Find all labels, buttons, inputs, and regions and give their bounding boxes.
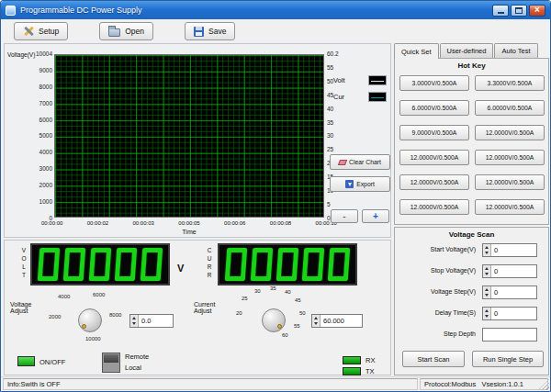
start-voltage-value[interactable]: 0	[491, 244, 536, 256]
current-adjust-spinner[interactable]: 60.000	[311, 314, 363, 328]
decrement-button[interactable]	[483, 251, 490, 257]
voltage-adjust-spinner[interactable]: 0.0	[129, 314, 174, 328]
knob-tick: 50	[299, 310, 306, 316]
legend-item-volt[interactable]: Volt	[333, 75, 387, 85]
current-adjust-value[interactable]: 60.000	[320, 315, 362, 327]
hotkey-button-8[interactable]: 12.0000V/0.500A	[475, 150, 545, 165]
up-arrow-icon	[485, 246, 489, 249]
hotkey-button-11[interactable]: 12.0000V/0.500A	[399, 199, 469, 215]
seven-seg-digit-zero	[225, 248, 248, 281]
zoom-out-button[interactable]: -	[331, 209, 358, 223]
hotkey-button-12[interactable]: 12.0000V/0.500A	[475, 199, 545, 215]
up-arrow-icon	[485, 309, 489, 312]
hotkey-button-2[interactable]: 3.3000V/0.500A	[475, 75, 545, 91]
toolbar: Setup Open Save	[1, 19, 550, 43]
knob-tick: 25	[242, 296, 248, 301]
axis-tick: 00:00:03	[133, 220, 154, 226]
clear-chart-label: Clear Chart	[349, 159, 381, 165]
knob-tick: 4000	[58, 294, 70, 299]
spinner-arrows	[483, 244, 491, 256]
rx-label: RX	[365, 356, 375, 364]
hotkey-button-5[interactable]: 9.0000V/0.500A	[399, 125, 469, 140]
axis-tick: 3000	[39, 165, 52, 172]
voltage-step-label: Voltage Step(V)	[395, 288, 476, 295]
voltage-step-spinner[interactable]: 0	[482, 286, 537, 299]
clear-chart-button[interactable]: Clear Chart	[330, 154, 390, 170]
eraser-icon	[338, 160, 347, 165]
hotkey-button-10[interactable]: 12.0000V/0.500A	[475, 174, 545, 190]
hotkey-button-4[interactable]: 6.0000V/0.500A	[475, 100, 545, 116]
plus-icon: +	[373, 211, 378, 221]
export-button[interactable]: Export	[330, 176, 390, 192]
voltage-adjust-knob[interactable]	[78, 308, 102, 332]
minimize-button[interactable]	[492, 5, 509, 17]
decrement-button[interactable]	[483, 293, 490, 299]
close-button[interactable]: ×	[529, 5, 545, 17]
knob-tick: 10000	[85, 336, 101, 342]
spinner-arrows	[312, 315, 320, 327]
minus-icon: -	[343, 211, 345, 221]
title-bar[interactable]: Programmable DC Power Supply ×	[1, 1, 550, 19]
run-single-step-button[interactable]: Run Single Step	[472, 351, 544, 367]
step-depth-value[interactable]	[482, 328, 537, 342]
delay-time-value[interactable]: 0	[491, 308, 536, 319]
legend-item-cur[interactable]: Cur	[333, 92, 387, 102]
decrement-button[interactable]	[483, 272, 490, 278]
zoom-in-button[interactable]: +	[362, 209, 389, 223]
hotkey-button-6[interactable]: 12.0000V/0.500A	[475, 125, 545, 140]
export-icon	[345, 180, 354, 188]
voltage-step-value[interactable]: 0	[491, 286, 536, 298]
seven-seg-digit-zero	[302, 248, 325, 281]
chart-x-axis-label: Time	[54, 229, 324, 235]
knob-tick: 2000	[49, 314, 61, 319]
axis-tick: 10004	[36, 50, 52, 57]
seven-seg-digit-zero	[89, 248, 112, 281]
axis-tick: 35	[327, 119, 333, 126]
curr-seven-segment-display	[218, 243, 357, 286]
hot-key-title: Hot Key	[395, 59, 548, 70]
start-scan-button[interactable]: Start Scan	[402, 351, 465, 367]
chart-legend: Volt Cur	[333, 75, 387, 108]
tab-user-defined[interactable]: User-defined	[440, 43, 494, 58]
stop-voltage-spinner[interactable]: 0	[482, 264, 537, 278]
hotkey-button-1[interactable]: 3.0000V/0.500A	[399, 75, 469, 91]
volt-unit-label: V	[177, 263, 184, 274]
cur-plot-swatch-icon	[368, 92, 387, 102]
on-off-led-icon[interactable]	[17, 356, 35, 366]
save-floppy-icon	[194, 27, 204, 37]
decrement-button[interactable]	[130, 321, 138, 328]
axis-tick: 00:00:05	[178, 220, 199, 226]
waveform-chart-plot[interactable]	[54, 54, 324, 218]
tab-auto-test[interactable]: Auto Test	[494, 43, 537, 58]
axis-tick: 00:00:00	[41, 220, 62, 226]
remote-local-toggle-switch[interactable]	[102, 353, 120, 373]
close-icon: ×	[534, 6, 540, 15]
up-arrow-icon	[485, 267, 489, 270]
setup-button[interactable]: Setup	[14, 22, 68, 40]
decrement-button[interactable]	[483, 314, 490, 320]
knob-tick: 6000	[93, 292, 105, 297]
maximize-icon	[515, 7, 523, 14]
knob-pointer-dot	[277, 324, 282, 329]
knob-tick: 20	[236, 310, 242, 316]
scan-row-voltage-step: Voltage Step(V) 0	[395, 286, 548, 299]
save-button[interactable]: Save	[185, 22, 235, 40]
voltage-adjust-value[interactable]: 0.0	[139, 315, 173, 327]
start-voltage-spinner[interactable]: 0	[482, 243, 537, 257]
status-bar: Info:Swith is OFF Protocol:Modbus Vsesio…	[1, 376, 550, 391]
export-label: Export	[356, 181, 375, 187]
voltage-adjust-label: Voltage Adjust	[10, 301, 49, 314]
hotkey-button-9[interactable]: 12.0000V/0.500A	[399, 174, 469, 190]
legend-volt-label: Volt	[333, 76, 345, 84]
hotkey-button-7[interactable]: 12.0000V/0.500A	[399, 150, 469, 165]
current-adjust-knob[interactable]	[262, 308, 286, 332]
open-button[interactable]: Open	[99, 22, 153, 40]
tab-quick-set[interactable]: Quick Set	[394, 43, 439, 59]
stop-voltage-value[interactable]: 0	[491, 265, 536, 277]
maximize-button[interactable]	[511, 5, 527, 17]
delay-time-spinner[interactable]: 0	[482, 307, 537, 320]
decrement-button[interactable]	[312, 321, 320, 328]
legend-cur-label: Cur	[333, 93, 344, 101]
step-depth-label: Step Depth	[395, 330, 476, 337]
hotkey-button-3[interactable]: 6.0000V/0.500A	[399, 100, 469, 116]
